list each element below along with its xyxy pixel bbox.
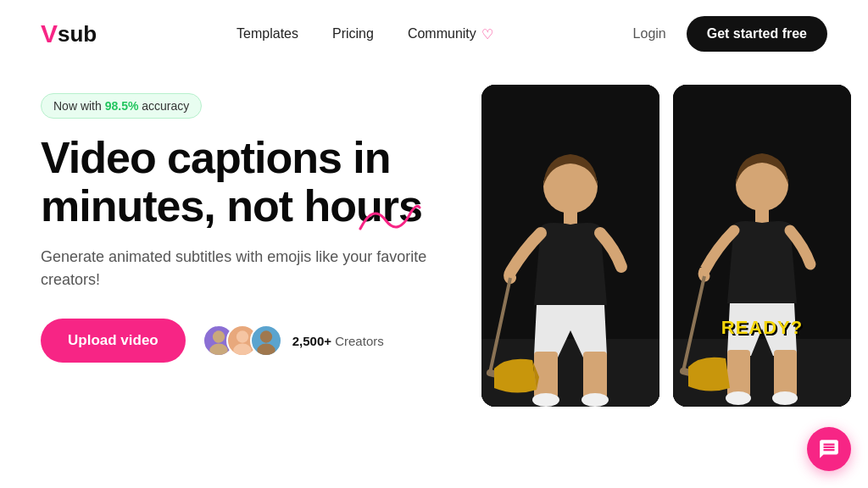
- hero-section: Now with 98.5% accuracy Video captions i…: [0, 68, 868, 407]
- creators-info: 2,500+ Creators: [203, 324, 384, 357]
- hero-subtitle: Generate animated subtitles with emojis …: [41, 246, 448, 291]
- chat-button[interactable]: [807, 427, 851, 471]
- nav-community[interactable]: Community ♡: [408, 26, 493, 42]
- svg-point-1: [209, 344, 227, 355]
- hero-right: READY?: [481, 85, 851, 407]
- svg-rect-19: [755, 208, 769, 225]
- svg-point-5: [257, 344, 275, 355]
- nav-pricing[interactable]: Pricing: [332, 26, 374, 41]
- hero-left: Now with 98.5% accuracy Video captions i…: [41, 85, 448, 407]
- video-bg-left: [481, 85, 659, 407]
- person-figure-right: [673, 85, 851, 407]
- nav-right: Login Get started free: [633, 16, 827, 52]
- squiggle-decoration: [356, 199, 424, 241]
- svg-rect-23: [774, 350, 797, 396]
- svg-point-2: [236, 331, 248, 343]
- login-button[interactable]: Login: [633, 26, 666, 42]
- video-bg-right: READY?: [673, 85, 851, 407]
- svg-point-24: [726, 391, 751, 405]
- nav-links: Templates Pricing Community ♡: [236, 26, 493, 42]
- logo-v: V: [41, 19, 58, 48]
- heart-icon: ♡: [481, 26, 493, 42]
- video-card-right: READY?: [673, 85, 851, 407]
- video-card-left: [481, 85, 659, 407]
- logo-text: sub: [58, 21, 97, 47]
- svg-rect-13: [583, 352, 607, 398]
- svg-point-4: [260, 331, 272, 343]
- person-figure-left: [481, 85, 659, 407]
- hero-cta: Upload video: [41, 319, 448, 363]
- svg-point-14: [532, 393, 559, 407]
- upload-video-button[interactable]: Upload video: [41, 319, 186, 363]
- accuracy-badge: Now with 98.5% accuracy: [41, 93, 202, 119]
- svg-rect-22: [727, 350, 750, 396]
- avatar-3: [250, 324, 282, 357]
- get-started-button[interactable]: Get started free: [687, 16, 827, 52]
- video-caption: READY?: [721, 317, 803, 339]
- avatars: [203, 324, 282, 357]
- chat-icon: [818, 438, 840, 460]
- caption-text: READY?: [721, 317, 803, 338]
- svg-point-25: [772, 391, 798, 405]
- creators-text: 2,500+ Creators: [292, 334, 384, 348]
- logo[interactable]: Vsub: [41, 19, 97, 48]
- svg-point-0: [213, 331, 225, 343]
- nav-templates[interactable]: Templates: [236, 26, 298, 41]
- svg-point-3: [233, 344, 251, 355]
- navbar: Vsub Templates Pricing Community ♡ Login…: [0, 0, 868, 68]
- svg-point-15: [581, 393, 609, 407]
